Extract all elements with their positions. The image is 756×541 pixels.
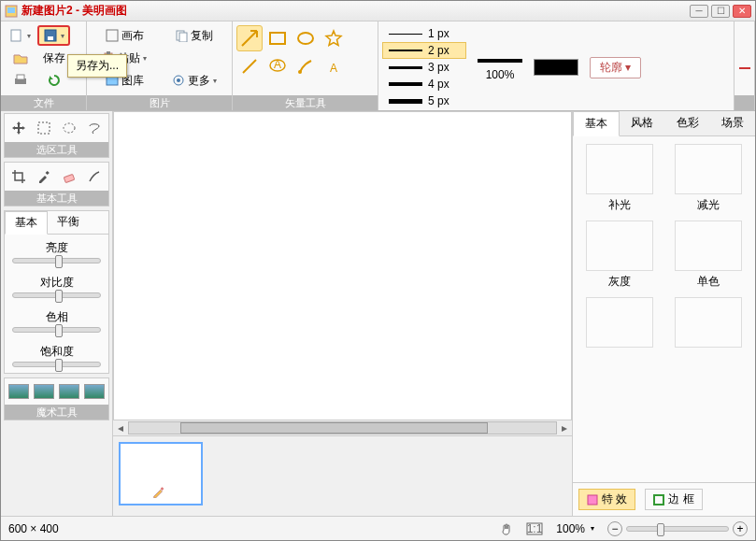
svg-point-20 — [298, 70, 302, 74]
svg-rect-7 — [107, 30, 118, 41]
svg-point-23 — [64, 123, 75, 133]
contrast-slider[interactable] — [12, 292, 101, 298]
opacity-label: 100% — [478, 68, 522, 81]
horizontal-scrollbar[interactable]: ◂▸ — [113, 420, 572, 435]
brush-tool[interactable] — [84, 166, 105, 187]
hand-icon[interactable] — [500, 522, 513, 535]
zoom-out-button[interactable]: − — [607, 521, 622, 536]
brush-shape[interactable] — [292, 53, 319, 79]
svg-rect-4 — [17, 75, 24, 79]
fx-fill-light[interactable]: 补光 — [580, 144, 659, 213]
svg-rect-1 — [7, 7, 15, 13]
brightness-slider[interactable] — [12, 258, 101, 263]
window-title: 新建图片2 - 美明画图 — [21, 3, 690, 19]
magic-preset[interactable] — [84, 384, 105, 399]
svg-rect-15 — [270, 33, 285, 44]
fx-reduce-light[interactable]: 减光 — [670, 144, 749, 213]
stroke-5px[interactable]: 5 px — [382, 93, 466, 109]
fx-item[interactable] — [580, 297, 659, 348]
more-button[interactable]: 更多▾ — [161, 70, 229, 91]
tab-color[interactable]: 色彩 — [665, 111, 710, 135]
saturation-slider[interactable] — [12, 362, 101, 367]
line-shape[interactable] — [236, 53, 263, 79]
eraser-tool[interactable] — [59, 166, 79, 187]
save-as-tooltip: 另存为... — [67, 54, 127, 78]
svg-rect-2 — [11, 30, 21, 41]
chevron-down-icon: ▾ — [27, 32, 31, 40]
text-bubble-shape[interactable]: A — [264, 53, 291, 79]
svg-rect-10 — [107, 77, 118, 85]
close-button[interactable]: ✕ — [733, 5, 751, 18]
zoom-in-button[interactable]: + — [733, 521, 748, 536]
rect-select-tool[interactable] — [34, 118, 54, 138]
magic-preset[interactable] — [8, 384, 29, 399]
border-icon — [653, 494, 664, 505]
ellipse-shape[interactable] — [292, 25, 319, 51]
tab-basic-fx[interactable]: 基本 — [573, 111, 620, 136]
text-shape[interactable]: A — [321, 53, 347, 79]
chevron-down-icon: ▾ — [61, 32, 64, 40]
print-button[interactable] — [5, 70, 36, 91]
minimize-button[interactable]: ─ — [690, 5, 708, 18]
zoom-slider[interactable] — [626, 526, 729, 532]
stroke-width-list: 1 px 2 px 3 px 4 px 5 px — [382, 25, 466, 109]
svg-text:A: A — [274, 58, 281, 71]
svg-rect-6 — [48, 36, 53, 40]
move-tool[interactable] — [8, 118, 29, 138]
arrow-shape[interactable] — [236, 25, 263, 51]
tab-balance[interactable]: 平衡 — [48, 211, 89, 234]
app-icon — [5, 5, 18, 18]
open-button[interactable] — [5, 48, 36, 68]
stroke-4px[interactable]: 4 px — [382, 76, 466, 93]
fx-monochrome[interactable]: 单色 — [670, 221, 749, 290]
copy-button[interactable]: 复制 — [161, 25, 229, 46]
refresh-button[interactable] — [37, 70, 70, 91]
canvas[interactable] — [113, 111, 572, 420]
color-swatch[interactable] — [534, 59, 578, 76]
svg-text:A: A — [330, 62, 337, 75]
hue-slider[interactable] — [12, 327, 101, 333]
ribbon-group-label: 图片 — [87, 95, 232, 110]
lasso-tool[interactable] — [84, 118, 105, 138]
tab-scene[interactable]: 场景 — [710, 111, 755, 135]
svg-rect-12 — [179, 33, 187, 42]
svg-rect-27 — [588, 495, 597, 505]
effects-toggle[interactable]: 特 效 — [578, 489, 635, 510]
panel-label: 基本工具 — [5, 191, 108, 206]
page-thumbnail[interactable] — [119, 442, 203, 505]
save-button[interactable]: ▾ — [37, 25, 70, 46]
svg-text:1:1: 1:1 — [527, 522, 543, 535]
crop-tool[interactable] — [8, 166, 29, 187]
tab-style[interactable]: 风格 — [620, 111, 664, 135]
more-paste-button[interactable] — [161, 48, 229, 68]
svg-rect-22 — [38, 122, 50, 134]
canvas-button[interactable]: 画布 — [91, 25, 159, 46]
star-shape[interactable] — [321, 25, 347, 51]
svg-point-14 — [177, 78, 180, 82]
svg-rect-24 — [46, 171, 50, 175]
stroke-3px[interactable]: 3 px — [382, 59, 466, 76]
tab-basic[interactable]: 基本 — [5, 211, 48, 235]
effects-icon — [587, 494, 598, 505]
ribbon-group-label: 文件 — [1, 95, 86, 110]
fit-icon[interactable]: 1:1 — [526, 522, 543, 535]
stroke-1px[interactable]: 1 px — [382, 25, 466, 42]
rect-shape[interactable] — [264, 25, 291, 51]
border-toggle[interactable]: 边 框 — [645, 489, 702, 510]
save-as-short: 保存 — [43, 50, 65, 66]
magic-preset[interactable] — [59, 384, 79, 399]
titlebar: 新建图片2 - 美明画图 ─ ☐ ✕ — [1, 1, 755, 21]
fx-item[interactable] — [670, 297, 749, 348]
new-button[interactable]: ▾ — [5, 25, 36, 46]
save-as-label-button[interactable]: 保存 — [37, 48, 70, 68]
stroke-2px[interactable]: 2 px — [382, 42, 466, 59]
magic-preset[interactable] — [34, 384, 54, 399]
fx-grayscale[interactable]: 灰度 — [580, 221, 659, 290]
outline-button[interactable]: 轮廓▾ — [590, 57, 641, 78]
svg-rect-28 — [654, 495, 663, 505]
eyedropper-tool[interactable] — [34, 166, 54, 187]
maximize-button[interactable]: ☐ — [711, 5, 730, 18]
ellipse-select-tool[interactable] — [59, 118, 79, 138]
svg-line-17 — [243, 60, 256, 73]
canvas-size: 600 × 400 — [8, 522, 59, 535]
